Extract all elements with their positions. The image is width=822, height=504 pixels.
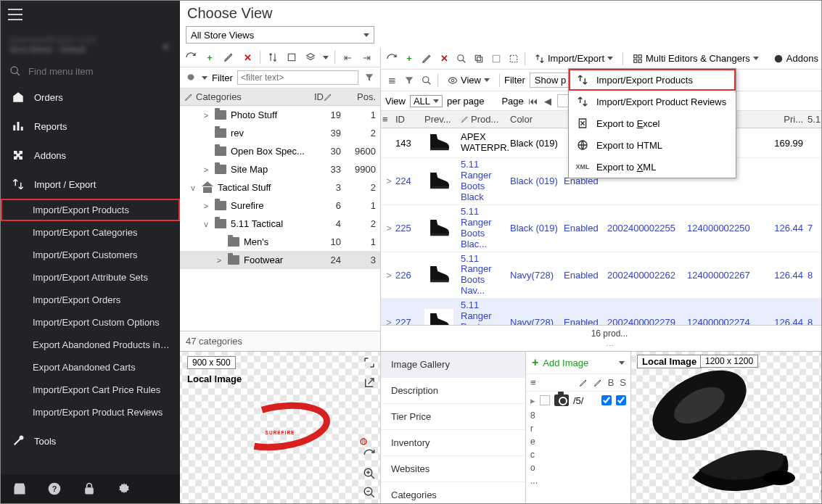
expand-toggle[interactable]: > — [382, 270, 395, 281]
tab-image-gallery[interactable]: Image Gallery — [381, 352, 525, 378]
expand-toggle[interactable]: > — [202, 111, 210, 120]
add-image-button[interactable]: +Add Image — [532, 356, 588, 369]
refresh-icon[interactable] — [385, 52, 398, 65]
tab-description[interactable]: Description — [381, 378, 525, 404]
addons-button[interactable]: Addons — [768, 51, 822, 66]
filter-icon[interactable] — [403, 74, 416, 87]
expand-toggle[interactable]: > — [202, 165, 210, 174]
category-row[interactable]: vTactical Stuff32 — [180, 178, 380, 197]
sidebar-sub-import-customers[interactable]: Import/Export Customers — [1, 244, 180, 266]
checkbox-s[interactable] — [616, 395, 626, 405]
sidebar-sub-import-categories[interactable]: Import/Export Categories — [1, 221, 180, 244]
dd-export-excel[interactable]: Export to Excel — [569, 112, 736, 134]
view-button[interactable]: View — [443, 73, 495, 88]
tab-inventory[interactable]: Inventory — [381, 430, 525, 456]
gear-icon[interactable] — [117, 482, 131, 496]
zoom-out-icon[interactable] — [363, 486, 376, 499]
columns-icon[interactable]: ≣ — [385, 74, 398, 87]
layers-icon[interactable] — [304, 51, 317, 64]
menu-icon[interactable]: ≡ — [530, 377, 536, 388]
store-selector[interactable]: All Store Views — [186, 26, 374, 44]
delete-icon[interactable]: ✕ — [437, 52, 451, 65]
caret-down-icon[interactable] — [323, 56, 329, 59]
edit-icon[interactable] — [222, 51, 235, 64]
search-icon[interactable] — [455, 52, 468, 65]
caret-down-icon[interactable] — [619, 361, 625, 365]
external-link-icon[interactable] — [363, 376, 376, 389]
dashed-square-icon[interactable] — [507, 52, 520, 65]
dd-import-products[interactable]: Import/Export Products — [569, 69, 736, 91]
expand-toggle[interactable]: > — [202, 202, 210, 210]
sidebar-sub-export-abandoned-carts[interactable]: Export Abandoned Carts — [1, 356, 180, 379]
expand-toggle[interactable]: > — [215, 256, 223, 265]
per-page-selector[interactable]: ALL — [410, 95, 443, 107]
category-tree[interactable]: >Photo Stuff191rev392Open Box Spec...309… — [180, 106, 380, 331]
tab-websites[interactable]: Websites — [381, 456, 525, 482]
delete-icon[interactable]: ✕ — [241, 51, 254, 64]
expand-icon[interactable] — [363, 356, 376, 369]
product-row[interactable]: >2255.11 Ranger Boots Blac...Black (019)… — [381, 205, 822, 252]
pencil-icon[interactable] — [593, 379, 602, 387]
expand-toggle[interactable]: v — [202, 220, 210, 228]
tab-categories[interactable]: Categories — [381, 482, 525, 504]
show-products-button[interactable]: Show p — [530, 73, 571, 88]
nav-orders[interactable]: Orders — [1, 83, 180, 112]
hamburger-icon[interactable] — [8, 9, 22, 20]
nav-import-export[interactable]: Import / Export — [1, 170, 180, 199]
expand-toggle[interactable]: > — [382, 223, 395, 234]
col-b[interactable]: B — [608, 377, 615, 388]
indent-left-icon[interactable]: ⇤ — [341, 51, 354, 64]
expand-toggle[interactable]: v — [189, 183, 197, 192]
col-s[interactable]: S — [620, 377, 626, 388]
funnel-icon[interactable] — [363, 71, 376, 84]
filter-input[interactable] — [237, 70, 358, 85]
zoom-in-icon[interactable] — [363, 467, 376, 480]
sidebar-sub-import-custom-options[interactable]: Import/Export Custom Options — [1, 311, 180, 334]
help-icon[interactable]: ? — [47, 482, 62, 496]
category-row[interactable]: >Site Map339900 — [180, 160, 380, 178]
sidebar-sub-import-cart-rules[interactable]: Import/Export Cart Price Rules — [1, 379, 180, 401]
nav-addons[interactable]: Addons — [1, 141, 180, 170]
gear-icon[interactable] — [184, 71, 197, 84]
sidebar-sub-import-products[interactable]: Import/Export Products — [1, 199, 180, 221]
nav-reports[interactable]: Reports — [1, 112, 180, 141]
sidebar-sub-import-attrsets[interactable]: Import/Export Attribute Sets — [1, 266, 180, 289]
checkbox-b[interactable] — [601, 395, 612, 405]
crop-icon[interactable] — [285, 51, 298, 64]
import-export-button[interactable]: Import/Export — [530, 51, 618, 66]
add-icon[interactable]: + — [403, 52, 416, 65]
category-row[interactable]: Men's101 — [180, 233, 380, 251]
sidebar-sub-export-abandoned-products[interactable]: Export Abandoned Products in C... — [1, 334, 180, 356]
nav-tools[interactable]: Tools — [1, 426, 180, 455]
refresh-icon[interactable] — [363, 448, 376, 461]
dd-export-xml[interactable]: XML Export to XML — [569, 156, 736, 178]
category-row[interactable]: >Footwear243 — [180, 251, 380, 269]
caret-down-icon[interactable] — [202, 76, 207, 80]
find-icon[interactable] — [420, 74, 433, 87]
edit-icon[interactable] — [420, 52, 433, 65]
account-row[interactable]: example@store.com Store Admin - Default … — [1, 28, 180, 59]
sidebar-sub-import-reviews[interactable]: Import/Export Product Reviews — [1, 401, 180, 424]
expand-toggle[interactable]: > — [382, 317, 395, 325]
page-prev-icon[interactable]: ◀ — [543, 96, 553, 106]
indent-right-icon[interactable]: ⇥ — [360, 51, 373, 64]
expand-toggle[interactable]: > — [382, 175, 395, 186]
category-row[interactable]: v5.11 Tactical42 — [180, 215, 380, 233]
category-row[interactable]: Open Box Spec...309600 — [180, 142, 380, 160]
updown-icon[interactable] — [266, 51, 279, 64]
category-row[interactable]: >Surefire61 — [180, 197, 380, 215]
multi-editors-button[interactable]: Multi Editors & Changers — [628, 51, 764, 66]
store-icon[interactable] — [12, 482, 27, 496]
page-first-icon[interactable]: ⏮ — [528, 96, 538, 106]
category-row[interactable]: >Photo Stuff191 — [180, 106, 380, 124]
lock-icon[interactable] — [82, 482, 96, 496]
tab-tier-price[interactable]: Tier Price — [381, 404, 525, 430]
add-icon[interactable]: + — [203, 51, 216, 64]
dd-import-reviews[interactable]: Import/Export Product Reviews — [569, 91, 736, 112]
square-icon[interactable] — [490, 52, 503, 65]
copy-icon[interactable] — [472, 52, 485, 65]
category-row[interactable]: rev392 — [180, 124, 380, 142]
dd-export-html[interactable]: Export to HTML — [569, 134, 736, 156]
sidebar-sub-import-orders[interactable]: Import/Export Orders — [1, 289, 180, 311]
product-row[interactable]: >2275.11 Ranger Boots Nav...Navy(728)Ena… — [381, 299, 822, 325]
